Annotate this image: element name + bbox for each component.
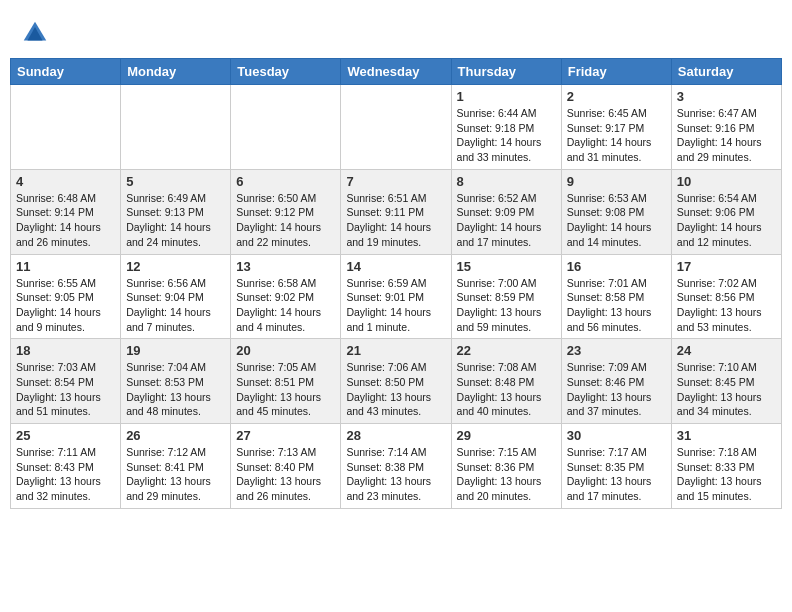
calendar-cell: 30Sunrise: 7:17 AM Sunset: 8:35 PM Dayli…: [561, 424, 671, 509]
logo-icon: [20, 18, 50, 48]
day-info: Sunrise: 7:01 AM Sunset: 8:58 PM Dayligh…: [567, 276, 666, 335]
calendar-cell: 17Sunrise: 7:02 AM Sunset: 8:56 PM Dayli…: [671, 254, 781, 339]
day-info: Sunrise: 7:08 AM Sunset: 8:48 PM Dayligh…: [457, 360, 556, 419]
day-info: Sunrise: 6:58 AM Sunset: 9:02 PM Dayligh…: [236, 276, 335, 335]
day-info: Sunrise: 7:13 AM Sunset: 8:40 PM Dayligh…: [236, 445, 335, 504]
day-info: Sunrise: 6:53 AM Sunset: 9:08 PM Dayligh…: [567, 191, 666, 250]
calendar-cell: 18Sunrise: 7:03 AM Sunset: 8:54 PM Dayli…: [11, 339, 121, 424]
day-info: Sunrise: 6:48 AM Sunset: 9:14 PM Dayligh…: [16, 191, 115, 250]
day-info: Sunrise: 7:15 AM Sunset: 8:36 PM Dayligh…: [457, 445, 556, 504]
day-number: 19: [126, 343, 225, 358]
day-number: 1: [457, 89, 556, 104]
day-number: 2: [567, 89, 666, 104]
calendar-cell: 6Sunrise: 6:50 AM Sunset: 9:12 PM Daylig…: [231, 169, 341, 254]
calendar-table: SundayMondayTuesdayWednesdayThursdayFrid…: [10, 58, 782, 509]
day-number: 22: [457, 343, 556, 358]
day-info: Sunrise: 6:52 AM Sunset: 9:09 PM Dayligh…: [457, 191, 556, 250]
day-info: Sunrise: 7:00 AM Sunset: 8:59 PM Dayligh…: [457, 276, 556, 335]
day-info: Sunrise: 6:45 AM Sunset: 9:17 PM Dayligh…: [567, 106, 666, 165]
day-number: 24: [677, 343, 776, 358]
day-info: Sunrise: 7:12 AM Sunset: 8:41 PM Dayligh…: [126, 445, 225, 504]
calendar-cell: 3Sunrise: 6:47 AM Sunset: 9:16 PM Daylig…: [671, 85, 781, 170]
day-number: 13: [236, 259, 335, 274]
calendar-cell: 12Sunrise: 6:56 AM Sunset: 9:04 PM Dayli…: [121, 254, 231, 339]
day-number: 12: [126, 259, 225, 274]
day-number: 31: [677, 428, 776, 443]
day-number: 27: [236, 428, 335, 443]
day-info: Sunrise: 7:03 AM Sunset: 8:54 PM Dayligh…: [16, 360, 115, 419]
day-info: Sunrise: 6:49 AM Sunset: 9:13 PM Dayligh…: [126, 191, 225, 250]
calendar-cell: 2Sunrise: 6:45 AM Sunset: 9:17 PM Daylig…: [561, 85, 671, 170]
day-info: Sunrise: 7:05 AM Sunset: 8:51 PM Dayligh…: [236, 360, 335, 419]
calendar-cell: 20Sunrise: 7:05 AM Sunset: 8:51 PM Dayli…: [231, 339, 341, 424]
day-number: 28: [346, 428, 445, 443]
day-info: Sunrise: 6:59 AM Sunset: 9:01 PM Dayligh…: [346, 276, 445, 335]
calendar-cell: [231, 85, 341, 170]
day-info: Sunrise: 6:44 AM Sunset: 9:18 PM Dayligh…: [457, 106, 556, 165]
day-number: 10: [677, 174, 776, 189]
day-info: Sunrise: 7:10 AM Sunset: 8:45 PM Dayligh…: [677, 360, 776, 419]
calendar-cell: 5Sunrise: 6:49 AM Sunset: 9:13 PM Daylig…: [121, 169, 231, 254]
day-info: Sunrise: 7:11 AM Sunset: 8:43 PM Dayligh…: [16, 445, 115, 504]
day-number: 7: [346, 174, 445, 189]
day-info: Sunrise: 7:02 AM Sunset: 8:56 PM Dayligh…: [677, 276, 776, 335]
weekday-header: Friday: [561, 59, 671, 85]
day-number: 11: [16, 259, 115, 274]
calendar-cell: [341, 85, 451, 170]
day-info: Sunrise: 6:50 AM Sunset: 9:12 PM Dayligh…: [236, 191, 335, 250]
day-info: Sunrise: 7:09 AM Sunset: 8:46 PM Dayligh…: [567, 360, 666, 419]
day-info: Sunrise: 6:47 AM Sunset: 9:16 PM Dayligh…: [677, 106, 776, 165]
calendar-cell: 11Sunrise: 6:55 AM Sunset: 9:05 PM Dayli…: [11, 254, 121, 339]
page-header: [10, 10, 782, 52]
calendar-cell: 29Sunrise: 7:15 AM Sunset: 8:36 PM Dayli…: [451, 424, 561, 509]
calendar-cell: 16Sunrise: 7:01 AM Sunset: 8:58 PM Dayli…: [561, 254, 671, 339]
calendar-cell: 19Sunrise: 7:04 AM Sunset: 8:53 PM Dayli…: [121, 339, 231, 424]
day-number: 8: [457, 174, 556, 189]
calendar-week-row: 25Sunrise: 7:11 AM Sunset: 8:43 PM Dayli…: [11, 424, 782, 509]
day-info: Sunrise: 6:56 AM Sunset: 9:04 PM Dayligh…: [126, 276, 225, 335]
calendar-cell: [11, 85, 121, 170]
calendar-week-row: 18Sunrise: 7:03 AM Sunset: 8:54 PM Dayli…: [11, 339, 782, 424]
day-info: Sunrise: 7:18 AM Sunset: 8:33 PM Dayligh…: [677, 445, 776, 504]
day-number: 4: [16, 174, 115, 189]
day-number: 25: [16, 428, 115, 443]
calendar-cell: 4Sunrise: 6:48 AM Sunset: 9:14 PM Daylig…: [11, 169, 121, 254]
day-number: 23: [567, 343, 666, 358]
day-info: Sunrise: 7:14 AM Sunset: 8:38 PM Dayligh…: [346, 445, 445, 504]
day-info: Sunrise: 7:06 AM Sunset: 8:50 PM Dayligh…: [346, 360, 445, 419]
calendar-cell: 15Sunrise: 7:00 AM Sunset: 8:59 PM Dayli…: [451, 254, 561, 339]
calendar-cell: 28Sunrise: 7:14 AM Sunset: 8:38 PM Dayli…: [341, 424, 451, 509]
calendar-cell: 22Sunrise: 7:08 AM Sunset: 8:48 PM Dayli…: [451, 339, 561, 424]
day-number: 17: [677, 259, 776, 274]
day-number: 15: [457, 259, 556, 274]
day-number: 6: [236, 174, 335, 189]
calendar-cell: [121, 85, 231, 170]
day-info: Sunrise: 7:17 AM Sunset: 8:35 PM Dayligh…: [567, 445, 666, 504]
day-info: Sunrise: 6:55 AM Sunset: 9:05 PM Dayligh…: [16, 276, 115, 335]
calendar-week-row: 1Sunrise: 6:44 AM Sunset: 9:18 PM Daylig…: [11, 85, 782, 170]
calendar-cell: 13Sunrise: 6:58 AM Sunset: 9:02 PM Dayli…: [231, 254, 341, 339]
day-info: Sunrise: 6:54 AM Sunset: 9:06 PM Dayligh…: [677, 191, 776, 250]
weekday-header: Tuesday: [231, 59, 341, 85]
day-number: 9: [567, 174, 666, 189]
calendar-cell: 1Sunrise: 6:44 AM Sunset: 9:18 PM Daylig…: [451, 85, 561, 170]
day-number: 30: [567, 428, 666, 443]
day-number: 29: [457, 428, 556, 443]
day-info: Sunrise: 7:04 AM Sunset: 8:53 PM Dayligh…: [126, 360, 225, 419]
calendar-cell: 24Sunrise: 7:10 AM Sunset: 8:45 PM Dayli…: [671, 339, 781, 424]
day-number: 26: [126, 428, 225, 443]
calendar-cell: 7Sunrise: 6:51 AM Sunset: 9:11 PM Daylig…: [341, 169, 451, 254]
weekday-header: Saturday: [671, 59, 781, 85]
calendar-cell: 25Sunrise: 7:11 AM Sunset: 8:43 PM Dayli…: [11, 424, 121, 509]
calendar-cell: 26Sunrise: 7:12 AM Sunset: 8:41 PM Dayli…: [121, 424, 231, 509]
logo: [20, 18, 54, 48]
weekday-header-row: SundayMondayTuesdayWednesdayThursdayFrid…: [11, 59, 782, 85]
calendar-week-row: 11Sunrise: 6:55 AM Sunset: 9:05 PM Dayli…: [11, 254, 782, 339]
day-number: 14: [346, 259, 445, 274]
day-number: 5: [126, 174, 225, 189]
calendar-cell: 9Sunrise: 6:53 AM Sunset: 9:08 PM Daylig…: [561, 169, 671, 254]
weekday-header: Thursday: [451, 59, 561, 85]
day-number: 18: [16, 343, 115, 358]
calendar-cell: 27Sunrise: 7:13 AM Sunset: 8:40 PM Dayli…: [231, 424, 341, 509]
day-number: 16: [567, 259, 666, 274]
